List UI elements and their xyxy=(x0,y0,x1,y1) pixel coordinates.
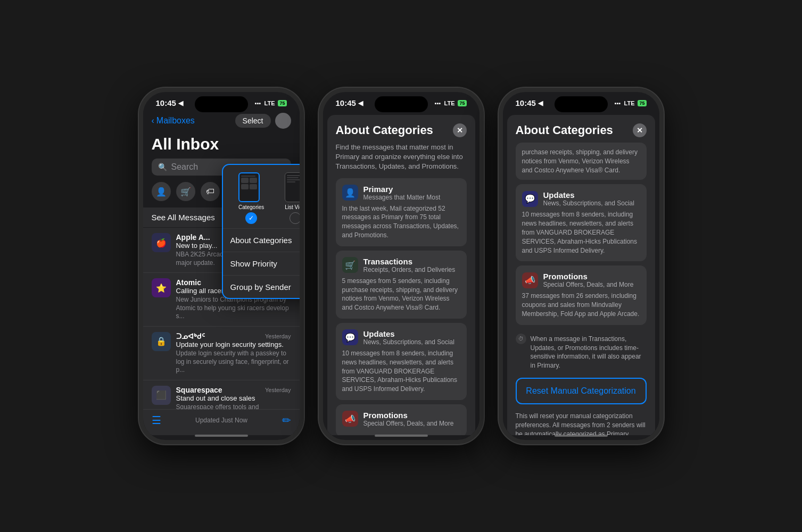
status-right-2: ▪▪▪ LTE 75 xyxy=(435,100,467,106)
dynamic-island-1 xyxy=(195,96,248,112)
phone1-main: ‹ Mailboxes Select All Inbox 🔍 Search 👤 … xyxy=(143,111,300,435)
category-updates: 💬 Updates News, Subscriptions, and Socia… xyxy=(336,323,467,400)
status-time-2: 10:45 ◀ xyxy=(336,98,363,107)
mail-item-lock[interactable]: 🔒 ᑐᓄᐊᒃᑯᑦ Yesterday Update your login sec… xyxy=(143,327,300,380)
mail-icon-apple: 🍎 xyxy=(152,233,171,252)
promotions-icon: 📣 xyxy=(342,411,358,427)
categories-view-option[interactable]: Categories ✓ xyxy=(238,172,264,224)
close-button-3[interactable]: ✕ xyxy=(633,123,647,137)
reset-note: This will reset your manual categorizati… xyxy=(516,412,647,435)
category-promotions-3: 📣 Promotions Special Offers, Deals, and … xyxy=(516,265,647,325)
back-button[interactable]: ‹ Mailboxes xyxy=(152,116,195,126)
mail-icon-sq: ⬛ xyxy=(152,386,171,405)
list-view-check xyxy=(290,212,299,224)
modal-subtitle-2: Find the messages that matter most in Pr… xyxy=(336,143,467,172)
home-indicator-3 xyxy=(555,435,608,437)
home-indicator-1 xyxy=(195,435,248,437)
dynamic-island-2 xyxy=(375,96,428,112)
modal-header-2: About Categories ✕ xyxy=(336,123,467,137)
list-view-option[interactable]: List View xyxy=(285,172,299,224)
about-categories-modal: About Categories ✕ Find the messages tha… xyxy=(327,115,475,435)
search-placeholder: Search xyxy=(171,162,199,172)
filter-tab-cart[interactable]: 🛒 xyxy=(176,182,195,201)
phone3-main: About Categories ✕ purchase receipts, sh… xyxy=(503,111,659,435)
home-indicator-2 xyxy=(375,435,428,437)
group-by-sender-item[interactable]: Group by Sender ≡ xyxy=(223,276,300,298)
updated-text: Updated Just Now xyxy=(161,417,282,424)
show-priority-item[interactable]: Show Priority ⚙ xyxy=(223,252,300,276)
promotions-icon-3: 📣 xyxy=(522,272,538,288)
categories-check: ✓ xyxy=(245,212,257,224)
category-promotions: 📣 Promotions Special Offers, Deals, and … xyxy=(336,404,467,435)
modal-title-2: About Categories xyxy=(336,123,433,137)
mail-icon-atomic: ⭐ xyxy=(152,278,171,297)
modal-title-3: About Categories xyxy=(516,123,613,137)
mail-icon-lock: 🔒 xyxy=(152,332,171,351)
filter-tab-person[interactable]: 👤 xyxy=(152,182,171,201)
mailboxes-nav: ‹ Mailboxes Select xyxy=(143,111,300,133)
phone-2: 10:45 ◀ ▪▪▪ LTE 75 About Categories ✕ Fi… xyxy=(319,88,484,444)
status-time-1: 10:45 ◀ xyxy=(156,98,183,107)
time-sensitive-note: ⏱ When a message in Transactions, Update… xyxy=(516,332,647,370)
filter-tab-tag[interactable]: 🏷 xyxy=(201,182,220,201)
about-categories-modal-3: About Categories ✕ purchase receipts, sh… xyxy=(507,115,655,435)
inbox-title: All Inbox xyxy=(143,133,300,159)
about-categories-item[interactable]: About Categories ℹ xyxy=(223,229,300,252)
phone-3: 10:45 ◀ ▪▪▪ LTE 75 About Categories ✕ pu… xyxy=(499,88,664,444)
compose-icon-left[interactable]: ☰ xyxy=(152,414,161,427)
updates-icon: 💬 xyxy=(342,329,358,345)
search-icon: 🔍 xyxy=(158,163,167,171)
compose-icon-right[interactable]: ✏ xyxy=(282,414,291,427)
bottom-bar-1: ☰ Updated Just Now ✏ xyxy=(143,409,300,435)
select-button[interactable]: Select xyxy=(235,114,271,128)
phone-1: 10:45 ◀ ▪▪▪ LTE 75 ‹ Mailboxes Select Al… xyxy=(139,88,304,444)
transactions-icon: 🛒 xyxy=(342,257,358,273)
category-primary: 👤 Primary Messages that Matter Most In t… xyxy=(336,178,467,246)
status-right-1: ▪▪▪ LTE 75 xyxy=(255,100,287,106)
close-button-2[interactable]: ✕ xyxy=(453,123,467,137)
reset-categorization-button[interactable]: Reset Manual Categorization xyxy=(516,378,647,404)
avatar xyxy=(275,113,291,129)
dynamic-island-3 xyxy=(555,96,608,112)
category-transactions: 🛒 Transactions Receipts, Orders, and Del… xyxy=(336,251,467,319)
phone2-main: About Categories ✕ Find the messages tha… xyxy=(323,111,479,435)
modal-header-3: About Categories ✕ xyxy=(516,123,647,137)
status-right-3: ▪▪▪ LTE 75 xyxy=(615,100,647,106)
partial-transactions-card: purchase receipts, shipping, and deliver… xyxy=(516,143,647,180)
primary-icon: 👤 xyxy=(342,185,358,201)
category-updates-3: 💬 Updates News, Subscriptions, and Socia… xyxy=(516,184,647,261)
updates-icon-3: 💬 xyxy=(522,191,538,207)
dropdown-menu: Categories ✓ List xyxy=(222,164,300,299)
dropdown-view-toggle: Categories ✓ List xyxy=(223,165,300,229)
status-time-3: 10:45 ◀ xyxy=(516,98,543,107)
